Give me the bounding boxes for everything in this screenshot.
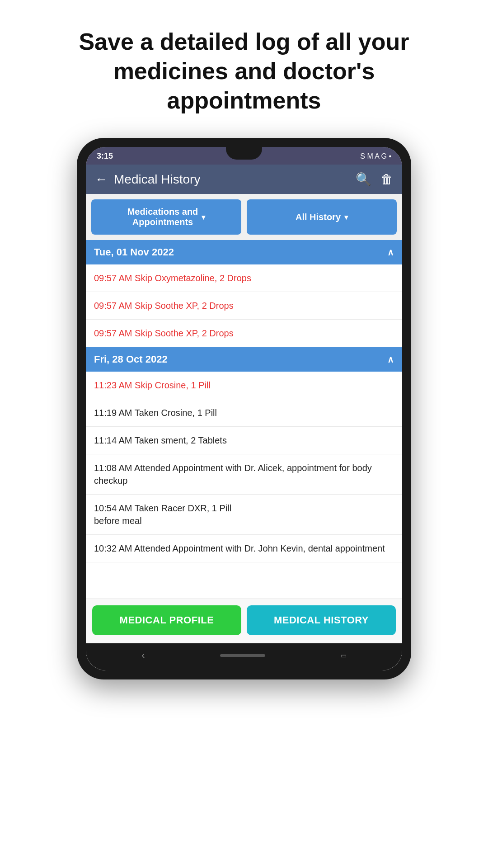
- bottom-buttons: MEDICAL PROFILE MEDICAL HISTORY: [86, 599, 402, 643]
- tab-all-history-chevron: ▾: [344, 213, 348, 222]
- delete-icon[interactable]: 🗑: [380, 172, 393, 187]
- date-header-nov[interactable]: Tue, 01 Nov 2022 ∧: [86, 240, 402, 264]
- home-indicator[interactable]: [220, 654, 265, 657]
- tab-medications-chevron: ▾: [202, 213, 205, 222]
- nav-action-icons: 🔍 🗑: [356, 172, 393, 187]
- nav-bar: ← Medical History 🔍 🗑: [86, 165, 402, 194]
- log-item: 11:14 AM Taken sment, 2 Tablets: [86, 427, 402, 454]
- content-area: Tue, 01 Nov 2022 ∧ 09:57 AM Skip Oxymeta…: [86, 240, 402, 599]
- date-label-nov: Tue, 01 Nov 2022: [94, 246, 174, 258]
- medical-profile-button[interactable]: MEDICAL PROFILE: [92, 605, 241, 635]
- status-icons: S M A G •: [360, 152, 391, 160]
- date-label-oct: Fri, 28 Oct 2022: [94, 354, 168, 365]
- log-item: 11:23 AM Skip Crosine, 1 Pill: [86, 372, 402, 399]
- date-header-oct[interactable]: Fri, 28 Oct 2022 ∧: [86, 347, 402, 372]
- log-item: 10:54 AM Taken Racer DXR, 1 Pillbefore m…: [86, 495, 402, 535]
- tab-medications-label: Medications andAppointments: [127, 207, 198, 227]
- collapse-nov-icon[interactable]: ∧: [387, 247, 394, 258]
- search-icon[interactable]: 🔍: [356, 172, 371, 187]
- log-item: 11:08 AM Attended Appointment with Dr. A…: [86, 454, 402, 495]
- nav-title: Medical History: [114, 172, 349, 187]
- collapse-oct-icon[interactable]: ∧: [387, 354, 394, 365]
- nav-back-system-icon[interactable]: ‹: [141, 650, 145, 661]
- tab-medications-appointments[interactable]: Medications andAppointments ▾: [91, 199, 241, 235]
- log-item: 09:57 AM Skip Oxymetazoline, 2 Drops: [86, 264, 402, 292]
- log-item: 10:32 AM Attended Appointment with Dr. J…: [86, 535, 402, 562]
- phone-notch: [226, 147, 262, 160]
- phone-bottom-nav: ‹ ▭: [86, 643, 402, 670]
- phone-shell: 3:15 S M A G • ← Medical History 🔍 🗑 Med…: [77, 138, 411, 679]
- log-item: 11:19 AM Taken Crosine, 1 Pill: [86, 399, 402, 427]
- status-time: 3:15: [97, 151, 113, 161]
- nav-recents-icon[interactable]: ▭: [341, 652, 347, 659]
- medical-history-button[interactable]: MEDICAL HISTORY: [247, 605, 396, 635]
- page-headline: Save a detailed log of all your medicine…: [0, 0, 488, 133]
- tab-all-history[interactable]: All History ▾: [247, 199, 397, 235]
- phone-screen: 3:15 S M A G • ← Medical History 🔍 🗑 Med…: [86, 147, 402, 670]
- back-button[interactable]: ←: [95, 172, 108, 187]
- log-item: 09:57 AM Skip Soothe XP, 2 Drops: [86, 292, 402, 320]
- log-item: 09:57 AM Skip Soothe XP, 2 Drops: [86, 320, 402, 347]
- tab-all-history-label: All History: [296, 212, 341, 222]
- empty-space: [86, 562, 402, 599]
- tab-bar: Medications andAppointments ▾ All Histor…: [86, 194, 402, 240]
